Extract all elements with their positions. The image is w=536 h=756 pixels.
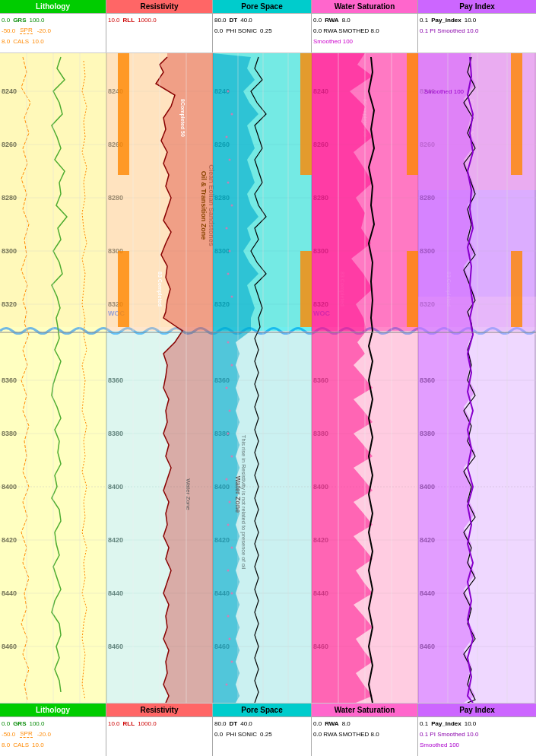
phi-label-footer: PHI SONIC: [226, 731, 257, 738]
grs-min-footer: 0.0: [2, 720, 10, 727]
porespace-title-footer: Pore Space: [213, 704, 311, 717]
dt-label-footer: DT: [230, 720, 238, 727]
svg-rect-71: [407, 251, 418, 327]
resistivity-scales: 10.0 RLL 1000.0: [106, 14, 212, 26]
resistivity-footer: Resistivity 10.0 RLL 1000.0: [106, 704, 213, 756]
svg-point-54: [231, 456, 233, 458]
svg-rect-66: [300, 251, 312, 327]
oil-transition-label: Oil & Transition Zone: [200, 171, 208, 240]
payindex-title-footer: Pay Index: [418, 704, 536, 717]
smoothed-100-pay: Smoothed 100: [424, 88, 465, 95]
cals-min: 8.0: [2, 38, 10, 45]
rwa-max: 8.0: [342, 17, 350, 24]
porespace-title: Pore Space: [213, 0, 311, 14]
svg-point-45: [226, 227, 228, 230]
rwa-smoothed-footer: 0.0 RWA SMOTHED 8.0: [313, 731, 379, 738]
svg-point-41: [226, 136, 228, 138]
svg-point-61: [227, 615, 230, 618]
phi-label: PHI SONIC: [226, 27, 257, 34]
payindex-scales-footer: 0.1 Pay_Index 10.0 0.1 PI Smoothed 10.0 …: [418, 717, 536, 751]
svg-rect-34: [118, 53, 129, 175]
rwa-smoothed-label: 0.0 RWA SMOTHED 8.0: [313, 27, 379, 34]
dt-min: 80.0: [214, 17, 227, 24]
pi-smoothed-footer: 0.1 PI Smoothed 10.0: [420, 731, 478, 738]
spr-max: -20.0: [37, 27, 51, 34]
cals-min-footer: 8.0: [2, 742, 10, 748]
svg-point-43: [227, 182, 230, 184]
watersat-scales-footer: 0.0 RWA 8.0 0.0 RWA SMOTHED 8.0: [312, 717, 417, 740]
spr-max-footer: -20.0: [37, 731, 51, 738]
svg-point-55: [226, 478, 228, 481]
svg-point-42: [229, 159, 231, 161]
pi-label: Pay_Index: [431, 17, 461, 24]
cals-max-footer: 10.0: [32, 742, 44, 748]
grs-min: 0.0: [2, 17, 10, 24]
svg-rect-35: [118, 251, 129, 327]
pi-max-footer: 10.0: [465, 720, 477, 727]
watersat-title: Water Saturation: [312, 0, 417, 14]
cals-label-footer: CALS: [13, 742, 29, 748]
watersat-footer: Water Saturation 0.0 RWA 8.0 0.0 RWA SMO…: [312, 704, 418, 756]
pi-label-footer: Pay_Index: [431, 720, 461, 727]
rll-min-footer: 10.0: [108, 720, 120, 727]
completed-1-res: 8Completed 50: [179, 99, 186, 137]
resistivity-title-footer: Resistivity: [106, 704, 212, 717]
chart-area: 8240 8260 8280 8300 8320 8360 8380 8400 …: [0, 53, 536, 703]
cals-max: 10.0: [32, 38, 44, 45]
main-container: Lithology 0.0 GRS 100.0 -50.0 SPR -20.0 …: [0, 0, 536, 756]
payindex-title: Pay Index: [418, 0, 536, 14]
watersat-scales: 0.0 RWA 8.0 0.0 RWA SMOTHED 8.0 Smoothed…: [312, 14, 417, 47]
resistivity-title: Resistivity: [106, 0, 212, 14]
svg-point-53: [227, 433, 230, 435]
pi-min: 0.1: [420, 17, 428, 24]
rll-max-footer: 1000.0: [138, 720, 156, 727]
porespace-scales: 80.0 DT 40.0 0.0 PHI SONIC 0.25: [213, 14, 311, 37]
rll-max: 1000.0: [138, 17, 156, 24]
dt-min-footer: 80.0: [214, 720, 227, 727]
svg-point-62: [229, 638, 231, 640]
porespace-scales-footer: 80.0 DT 40.0 0.0 PHI SONIC 0.25: [213, 717, 311, 740]
payindex-scales: 0.1 Pay_Index 10.0 0.1 PI Smoothed 10.0: [418, 14, 536, 37]
watersat-title-footer: Water Saturation: [312, 704, 417, 717]
svg-point-60: [231, 592, 233, 595]
header: Lithology 0.0 GRS 100.0 -50.0 SPR -20.0 …: [0, 0, 536, 53]
grs-max: 100.0: [29, 17, 44, 24]
rll-min: 10.0: [108, 17, 120, 24]
rwa-min-footer: 0.0: [313, 720, 322, 727]
svg-point-57: [227, 524, 230, 526]
svg-point-52: [229, 410, 231, 412]
svg-marker-76: [418, 53, 475, 703]
spr-label: SPR: [20, 27, 32, 34]
lithology-scales-footer: 0.0 GRS 100.0 -50.0 SPR -20.0 8.0 CALS 1…: [0, 717, 106, 751]
svg-point-39: [227, 91, 230, 93]
porespace-header: Pore Space 80.0 DT 40.0 0.0 PHI SONIC 0.…: [213, 0, 312, 52]
watersat-header: Water Saturation 0.0 RWA 8.0 0.0 RWA SMO…: [312, 0, 418, 52]
lithology-title: Lithology: [0, 0, 106, 14]
spr-label-footer: SPR: [20, 730, 32, 738]
lithology-title-footer: Lithology: [0, 704, 106, 717]
svg-point-44: [231, 205, 233, 207]
phi-max-footer: 0.25: [260, 731, 272, 738]
smoothed-label-header: Smoothed 100: [313, 38, 353, 45]
grs-label-footer: GRS: [13, 720, 26, 727]
resistivity-header: Resistivity 10.0 RLL 1000.0: [106, 0, 213, 52]
svg-rect-65: [300, 53, 312, 175]
footer: Lithology 0.0 GRS 100.0 -50.0 SPR -20.0 …: [0, 703, 536, 756]
phi-min-footer: 0.0: [214, 731, 223, 738]
svg-point-47: [227, 273, 230, 275]
water-zone-label-res: Water Zone: [185, 478, 192, 510]
dt-max: 40.0: [240, 17, 252, 24]
svg-point-49: [227, 341, 230, 344]
svg-point-50: [231, 364, 233, 367]
pi-max: 10.0: [465, 17, 477, 24]
phi-min: 0.0: [214, 27, 223, 34]
rll-label: RLL: [123, 17, 135, 24]
svg-point-46: [229, 250, 231, 253]
svg-point-58: [231, 547, 233, 549]
phi-max: 0.25: [260, 27, 272, 34]
smoothed-100-footer: Smoothed 100: [420, 742, 459, 748]
grs-max-footer: 100.0: [29, 720, 44, 727]
porespace-footer: Pore Space 80.0 DT 40.0 0.0 PHI SONIC 0.…: [213, 704, 312, 756]
rwa-label-footer: RWA: [325, 720, 339, 727]
spr-min-footer: -50.0: [2, 731, 15, 738]
